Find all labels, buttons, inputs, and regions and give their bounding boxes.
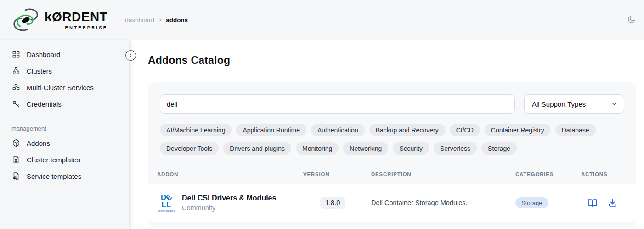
sidebar-management-nav: AddonsCluster templatesService templates <box>0 135 129 184</box>
app-root: kØRDENT ENTERPRISE dashboard > addons Da… <box>0 0 644 229</box>
addon-description: Dell Container Storage Modules. <box>371 199 515 206</box>
category-chips: AI/Machine LearningApplication RuntimeAu… <box>160 124 624 155</box>
file-icon <box>11 155 21 164</box>
search-input[interactable] <box>160 94 515 114</box>
breadcrumb-dashboard[interactable]: dashboard <box>125 17 154 23</box>
addon-support-type: Community <box>182 204 276 212</box>
sidebar-item-addons[interactable]: Addons <box>0 135 129 151</box>
hexagon-cluster-icon <box>11 83 21 92</box>
table-rows: DELLTechnologiesDell CSI Drivers & Modul… <box>148 184 636 222</box>
docs-button[interactable] <box>587 198 598 208</box>
column-header-categories: CATEGORIES <box>515 172 581 177</box>
breadcrumb-addons: addons <box>166 17 188 23</box>
addon-name-block: Dell CSI Drivers & ModulesCommunity <box>182 194 276 212</box>
category-chip-monitoring[interactable]: Monitoring <box>296 142 339 155</box>
book-open-icon <box>587 198 598 208</box>
sidebar-item-credentials[interactable]: Credentials <box>0 96 129 112</box>
sidebar-item-label: Multi-Cluster Services <box>27 84 94 92</box>
addon-cell: DELLTechnologiesDell CSI Drivers & Modul… <box>157 194 303 212</box>
category-chip-storage[interactable]: Storage <box>481 142 517 155</box>
sidebar-item-cluster-templates[interactable]: Cluster templates <box>0 151 129 168</box>
chevron-down-icon <box>610 100 618 108</box>
top-header: kØRDENT ENTERPRISE dashboard > addons <box>0 0 644 40</box>
support-type-select[interactable]: All Support Types <box>524 94 624 114</box>
category-chip-serverless[interactable]: Serverless <box>434 142 477 155</box>
addons-catalog-card: All Support Types AI/Machine LearningApp… <box>148 82 636 227</box>
category-chip-security[interactable]: Security <box>393 142 429 155</box>
package-icon <box>11 138 21 148</box>
sidebar-item-label: Clusters <box>27 67 52 75</box>
grid-icon <box>11 50 21 59</box>
sidebar-item-label: Credentials <box>27 100 62 108</box>
column-header-actions: ACTIONS <box>581 172 627 177</box>
category-chip-ci-cd[interactable]: CI/CD <box>450 124 480 136</box>
sidebar-collapse-button[interactable] <box>125 50 136 61</box>
install-button[interactable] <box>607 198 618 208</box>
brand-wordmark: kØRDENT ENTERPRISE <box>45 11 107 30</box>
category-chip-authentication[interactable]: Authentication <box>311 124 365 136</box>
sidebar-item-multi-cluster-services[interactable]: Multi-Cluster Services <box>0 79 129 96</box>
sidebar-item-service-templates[interactable]: Service templates <box>0 168 129 184</box>
sidebar-section-label: management <box>0 125 129 132</box>
theme-toggle-button[interactable] <box>626 15 637 26</box>
category-chip-drivers-and-plugins[interactable]: Drivers and plugins <box>223 142 291 155</box>
dell-technologies-logo: DELLTechnologies <box>157 194 175 212</box>
sidebar-item-label: Cluster templates <box>27 156 80 164</box>
addon-name: Dell CSI Drivers & Modules <box>182 194 276 202</box>
body-row: DashboardClustersMulti-Cluster ServicesC… <box>0 40 644 229</box>
category-chip-container-registry[interactable]: Container Registry <box>485 124 551 136</box>
categories-cell: Storage <box>515 197 581 208</box>
sidebar-item-label: Service templates <box>27 172 81 180</box>
hierarchy-icon <box>11 66 21 75</box>
search-row: All Support Types <box>160 94 624 114</box>
actions-cell <box>581 198 627 208</box>
breadcrumb: dashboard > addons <box>125 17 188 23</box>
key-icon <box>11 99 21 109</box>
page-title: Addons Catalog <box>148 54 636 67</box>
chevron-left-icon <box>128 52 134 58</box>
breadcrumb-separator: > <box>158 17 162 23</box>
moon-icon <box>627 15 636 24</box>
category-chip-developer-tools[interactable]: Developer Tools <box>160 142 219 155</box>
category-chip-ai-machine-learning[interactable]: AI/Machine Learning <box>160 124 232 136</box>
sidebar-item-clusters[interactable]: Clusters <box>0 63 129 79</box>
brand-logo[interactable]: kØRDENT ENTERPRISE <box>11 7 107 34</box>
table-header-row: ADDONVERSIONDESCRIPTIONCATEGORIESACTIONS <box>148 164 636 184</box>
version-badge: 1.8.0 <box>320 197 345 209</box>
column-header-description: DESCRIPTION <box>371 172 515 177</box>
support-type-selected: All Support Types <box>532 100 586 108</box>
filters-section: All Support Types AI/Machine LearningApp… <box>148 82 636 164</box>
sidebar-item-dashboard[interactable]: Dashboard <box>0 46 129 63</box>
main-content: Addons Catalog All Support Types <box>129 40 644 229</box>
download-icon <box>607 198 618 208</box>
brand-subtitle: ENTERPRISE <box>65 25 108 30</box>
column-header-version: VERSION <box>303 172 371 177</box>
file-gear-icon <box>11 172 21 181</box>
sidebar-item-label: Dashboard <box>27 51 60 58</box>
sidebar-main-nav: DashboardClustersMulti-Cluster ServicesC… <box>0 46 129 112</box>
brand-name: kØRDENT <box>45 11 107 23</box>
sidebar-item-label: Addons <box>27 139 50 147</box>
category-badge-storage: Storage <box>515 197 548 208</box>
category-chip-backup-and-recovery[interactable]: Backup and Recovery <box>369 124 445 136</box>
galaxy-swirl-icon <box>11 7 41 34</box>
category-chip-networking[interactable]: Networking <box>343 142 388 155</box>
category-chip-application-runtime[interactable]: Application Runtime <box>236 124 306 136</box>
sidebar: DashboardClustersMulti-Cluster ServicesC… <box>0 40 129 229</box>
category-chip-database[interactable]: Database <box>555 124 596 136</box>
addon-row-dell-csi-drivers-modules: DELLTechnologiesDell CSI Drivers & Modul… <box>148 184 636 222</box>
column-header-addon: ADDON <box>157 172 303 177</box>
dell-logo-subtext: Technologies <box>157 209 175 212</box>
